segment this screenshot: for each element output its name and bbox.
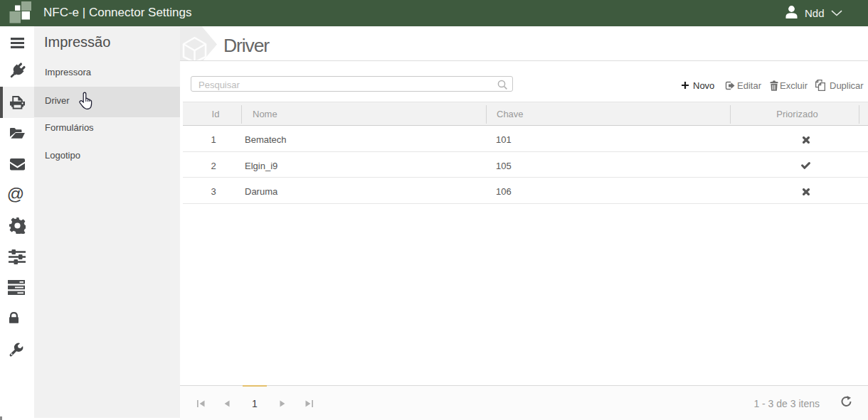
svg-text:@: @ xyxy=(6,185,23,203)
